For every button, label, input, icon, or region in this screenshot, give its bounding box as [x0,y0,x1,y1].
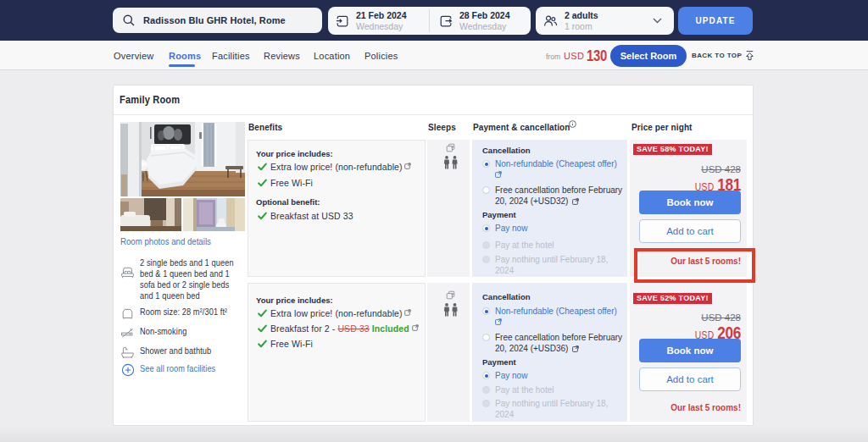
save-badge: SAVE 58% TODAY! [633,144,712,155]
radio-selected[interactable] [482,372,490,379]
includes-label-1: Your price includes: [256,149,333,158]
tab-location[interactable]: Location [314,51,350,61]
pay-option-now[interactable]: Pay now [482,370,630,381]
check-icon [258,162,270,172]
pay-option-hotel: Pay at the hotel [482,384,630,395]
save-badge: SAVE 52% TODAY! [633,293,712,304]
tab-policies[interactable]: Policies [364,51,398,61]
radio-disabled [482,241,490,249]
payment-label: Payment [482,210,516,219]
column-payment: Payment & cancellation [473,123,570,132]
room-photo-small-2[interactable] [183,198,245,231]
facility-smoking: Non-smoking [120,326,250,340]
compare-icon[interactable] [446,143,455,152]
field-text: 21 Feb 2024 Wednesday [356,10,407,31]
checkin-date: 21 Feb 2024 [356,10,407,21]
sleeps-cell-2 [427,283,470,422]
occupancy-icons [443,303,459,317]
room-card: Family Room Benefits Sleeps Payment & ca… [113,85,754,426]
select-room-button[interactable]: Select Room [610,45,687,67]
optional-label-1: Optional benefit: [256,197,320,207]
option-text-inner: Free cancellation before February 20, 20… [495,333,622,353]
from-amount: 130 [587,47,607,65]
column-sleeps: Sleeps [428,123,456,132]
checkout-field[interactable]: 28 Feb 2024 Wednesday [430,7,531,35]
tab-facilities[interactable]: Facilities [212,51,250,61]
struck-price: USD 33 [337,323,369,334]
facility-bath: Shower and bathtub [120,345,250,359]
room-title: Family Room [120,93,180,106]
hotel-search-field[interactable]: Radisson Blu GHR Hotel, Rome [113,8,322,33]
facility-size: Room size: 28 m²/301 ft² [120,307,250,320]
radio-selected[interactable] [482,224,490,232]
see-all-facilities-text: See all room facilities [140,363,236,377]
arrow-up-icon [745,50,754,61]
room-photo-main[interactable] [120,122,245,196]
radio-unselected[interactable] [482,186,490,194]
book-now-button[interactable]: Book now [639,191,741,214]
radio-disabled [482,400,490,407]
bed-icon [120,257,135,301]
from-price: from USD 130 [546,41,613,70]
see-all-facilities[interactable]: See all room facilities [120,363,250,377]
column-price: Price per night [632,123,693,132]
room-photos-link[interactable]: Room photos and details [120,236,211,246]
annotation-rectangle [634,248,755,283]
room-photo-small-1[interactable] [120,198,181,231]
tab-rooms[interactable]: Rooms [169,51,201,61]
price-cell-2: SAVE 52% TODAY! USD 428 USD 206 Book now… [630,283,747,422]
option-text-inner: Free cancellation before February 20, 20… [495,185,622,206]
checkin-field[interactable]: 21 Feb 2024 Wednesday [328,7,429,35]
add-to-cart-button[interactable]: Add to cart [639,367,741,391]
payment-label: Payment [482,357,516,367]
cancel-option-text: Non-refundable (Cheapest offer) [495,158,617,180]
compare-icon[interactable] [446,290,455,300]
benefit-text: Free Wi-Fi [270,339,313,349]
cancel-option-free[interactable]: Free cancellation before February 20, 20… [482,185,630,207]
checkout-date: 28 Feb 2024 [459,10,510,21]
benefit-text: Extra low price! (non-refundable) [270,308,411,318]
info-icon[interactable] [569,120,576,128]
radio-selected[interactable] [482,307,490,315]
pay-option-now[interactable]: Pay now [482,223,630,234]
active-tab-underline [169,64,195,67]
check-icon [258,308,270,318]
guests-selector[interactable]: 2 adults 1 room [536,7,674,35]
field-text: 28 Feb 2024 Wednesday [459,10,510,31]
benefit-item: Extra low price! (non-refundable) [258,308,411,318]
from-currency: USD [564,51,584,61]
external-link-icon [404,163,411,169]
radio-disabled [482,256,490,263]
chevron-down-icon [653,18,662,24]
benefit-item: Breakfast at USD 33 [258,211,353,221]
benefit-text: Breakfast for 2 - USD 33 Included [270,323,419,334]
radio-unselected[interactable] [482,334,490,341]
cancel-option-nonrefundable[interactable]: Non-refundable (Cheapest offer) [482,306,630,328]
benefit-text-inner: Extra low price! (non-refundable) [270,162,403,172]
update-button[interactable]: UPDATE [678,7,753,35]
pay-option-later: Pay nothing until February 18, 2024 [482,398,630,420]
book-now-button[interactable]: Book now [639,339,741,362]
old-price: USD 428 [701,164,741,174]
tab-reviews[interactable]: Reviews [264,51,300,61]
cancel-option-free[interactable]: Free cancellation before February 20, 20… [482,332,630,354]
external-link-icon [572,345,579,352]
tab-overview[interactable]: Overview [114,51,153,61]
old-price: USD 428 [701,312,741,323]
cancellation-label: Cancellation [482,292,531,301]
guests-adults: 2 adults [565,10,598,21]
cancel-option-nonrefundable[interactable]: Non-refundable (Cheapest offer) [482,158,630,180]
benefit-item: Free Wi-Fi [258,178,313,188]
benefit-item: Extra low price! (non-refundable) [258,162,411,172]
radio-selected[interactable] [482,160,490,168]
option-text-inner: Non-refundable (Cheapest offer) [495,307,617,316]
calendar-checkin-icon [336,14,349,28]
add-to-cart-button[interactable]: Add to cart [639,219,741,243]
cancellation-label: Cancellation [482,146,531,155]
check-icon [258,178,270,188]
checkout-day: Wednesday [459,21,510,31]
radio-disabled [482,386,490,394]
back-to-top[interactable]: BACK TO TOP [692,41,754,70]
cancel-option-text: Non-refundable (Cheapest offer) [495,306,617,328]
benefit-item-breakfast: Breakfast for 2 - USD 33 Included [258,323,419,334]
